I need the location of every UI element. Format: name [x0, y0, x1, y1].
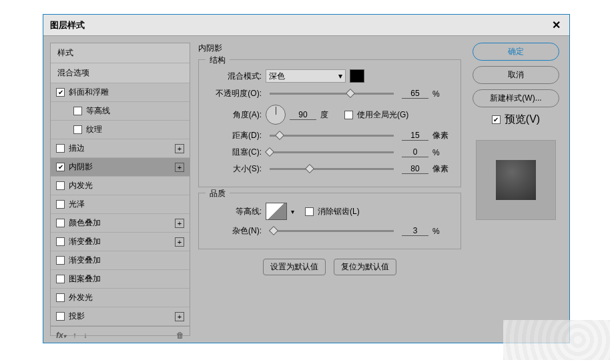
- sidebar-item-9[interactable]: 渐变叠加: [51, 251, 190, 270]
- sidebar-item-label: 渐变叠加: [69, 236, 101, 247]
- noise-label: 杂色(N):: [207, 225, 262, 237]
- sidebar-footer: fx▾ ↑ ↓ 🗑: [51, 326, 190, 344]
- ok-button[interactable]: 确定: [473, 43, 559, 61]
- sidebar-item-4[interactable]: 内阴影+: [51, 158, 190, 177]
- angle-value[interactable]: 90: [290, 110, 316, 120]
- sidebar-checkbox[interactable]: [56, 144, 65, 153]
- distance-value[interactable]: 15: [402, 131, 428, 141]
- sidebar-checkbox[interactable]: [56, 200, 65, 209]
- structure-group: 结构 混合模式: 深色 ▾ 不透明度(O): 65 %: [198, 59, 461, 187]
- choke-slider[interactable]: [270, 151, 394, 153]
- sidebar-item-label: 渐变叠加: [69, 255, 101, 266]
- sidebar-checkbox[interactable]: [73, 125, 82, 134]
- cancel-button[interactable]: 取消: [473, 66, 559, 84]
- sidebar-checkbox[interactable]: [56, 88, 65, 97]
- sidebar-checkbox[interactable]: [56, 275, 65, 283]
- sidebar-item-12[interactable]: 投影+: [51, 307, 190, 326]
- sidebar-item-label: 内阴影: [69, 161, 93, 173]
- size-label: 大小(S):: [207, 163, 262, 175]
- trash-icon[interactable]: 🗑: [176, 331, 184, 340]
- sidebar-checkbox[interactable]: [56, 312, 65, 321]
- distance-unit: 像素: [432, 130, 452, 141]
- fx-icon[interactable]: fx▾: [56, 331, 66, 340]
- sidebar-item-10[interactable]: 图案叠加: [51, 270, 190, 289]
- sidebar-item-11[interactable]: 外发光: [51, 289, 190, 307]
- plus-icon[interactable]: +: [175, 237, 184, 247]
- opacity-unit: %: [432, 89, 452, 99]
- sidebar-checkbox[interactable]: [56, 219, 65, 227]
- choke-value[interactable]: 0: [402, 147, 428, 157]
- background-decor: [503, 320, 610, 360]
- sidebar-item-label: 内发光: [69, 180, 93, 191]
- choke-unit: %: [432, 148, 452, 157]
- plus-icon[interactable]: +: [175, 312, 184, 321]
- quality-title: 品质: [206, 188, 230, 199]
- blend-mode-label: 混合模式:: [207, 71, 262, 82]
- size-unit: 像素: [432, 163, 452, 175]
- sidebar-item-label: 颜色叠加: [69, 217, 101, 229]
- sidebar-checkbox[interactable]: [56, 181, 65, 190]
- global-light-checkbox[interactable]: [344, 111, 353, 119]
- styles-header[interactable]: 样式: [51, 43, 190, 63]
- opacity-slider[interactable]: [270, 93, 394, 95]
- plus-icon[interactable]: +: [175, 163, 184, 172]
- sidebar-item-label: 描边: [69, 143, 85, 154]
- reset-default-button[interactable]: 复位为默认值: [334, 259, 396, 275]
- sidebar-checkbox[interactable]: [73, 107, 82, 115]
- sidebar-item-label: 图案叠加: [69, 273, 101, 285]
- sidebar-item-2[interactable]: 纹理: [51, 121, 190, 139]
- angle-unit: 度: [320, 109, 340, 121]
- sidebar-checkbox[interactable]: [56, 293, 65, 302]
- sidebar-item-1[interactable]: 等高线: [51, 102, 190, 121]
- blend-mode-select[interactable]: 深色 ▾: [266, 69, 346, 83]
- sidebar-item-label: 纹理: [86, 124, 102, 135]
- titlebar: 图层样式 ✕: [43, 15, 569, 36]
- antialias-checkbox[interactable]: [305, 207, 314, 216]
- new-style-button[interactable]: 新建样式(W)...: [473, 89, 559, 107]
- sidebar-checkbox[interactable]: [56, 163, 65, 171]
- sidebar-item-0[interactable]: 斜面和浮雕: [51, 83, 190, 102]
- opacity-value[interactable]: 65: [402, 89, 428, 99]
- noise-value[interactable]: 3: [402, 226, 428, 236]
- dialog-title: 图层样式: [50, 19, 85, 31]
- structure-title: 结构: [206, 55, 230, 66]
- sidebar-checkbox[interactable]: [56, 237, 65, 246]
- sidebar-item-3[interactable]: 描边+: [51, 139, 190, 158]
- plus-icon[interactable]: +: [175, 219, 184, 228]
- preview-checkbox[interactable]: [492, 115, 501, 124]
- blend-options-header[interactable]: 混合选项: [51, 63, 190, 83]
- style-sidebar: 样式 混合选项 斜面和浮雕等高线纹理描边+内阴影+内发光光泽颜色叠加+渐变叠加+…: [50, 43, 190, 336]
- arrow-up-icon[interactable]: ↑: [73, 331, 77, 340]
- sidebar-item-5[interactable]: 内发光: [51, 177, 190, 195]
- sidebar-checkbox[interactable]: [56, 256, 65, 265]
- distance-slider[interactable]: [270, 135, 394, 137]
- sidebar-item-7[interactable]: 颜色叠加+: [51, 214, 190, 233]
- close-icon[interactable]: ✕: [549, 19, 563, 32]
- chevron-down-icon[interactable]: ▾: [291, 208, 294, 215]
- sidebar-item-6[interactable]: 光泽: [51, 195, 190, 214]
- size-value[interactable]: 80: [402, 164, 428, 174]
- sidebar-item-label: 斜面和浮雕: [69, 87, 109, 98]
- angle-dial[interactable]: [266, 105, 286, 125]
- size-slider[interactable]: [270, 168, 394, 170]
- sidebar-item-label: 等高线: [86, 105, 110, 117]
- distance-label: 距离(D):: [207, 130, 262, 141]
- blend-mode-value: 深色: [269, 71, 285, 82]
- sidebar-item-label: 投影: [69, 311, 85, 322]
- sidebar-item-8[interactable]: 渐变叠加+: [51, 233, 190, 251]
- arrow-down-icon[interactable]: ↓: [83, 331, 87, 340]
- contour-label: 等高线:: [207, 206, 262, 217]
- sidebar-item-label: 光泽: [69, 199, 85, 210]
- chevron-down-icon: ▾: [338, 71, 342, 81]
- noise-slider[interactable]: [270, 230, 394, 232]
- color-swatch[interactable]: [350, 69, 364, 83]
- quality-group: 品质 等高线: ▾ 消除锯齿(L) 杂色(N): 3 %: [198, 193, 461, 249]
- choke-label: 阻塞(C):: [207, 147, 262, 158]
- make-default-button[interactable]: 设置为默认值: [263, 259, 326, 275]
- angle-label: 角度(A):: [207, 109, 262, 121]
- sidebar-item-label: 外发光: [69, 292, 93, 303]
- noise-unit: %: [432, 227, 452, 236]
- plus-icon[interactable]: +: [175, 144, 184, 153]
- panel-title: 内阴影: [198, 43, 222, 53]
- contour-picker[interactable]: [266, 203, 287, 220]
